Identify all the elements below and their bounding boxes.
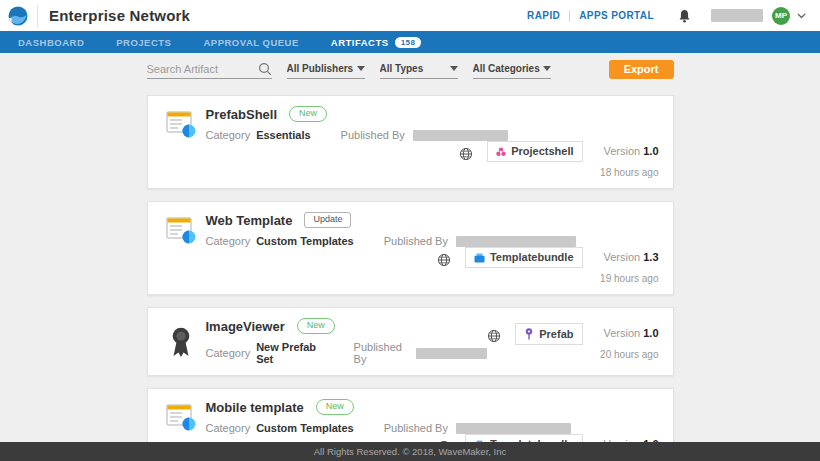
card-right: Templatebundle Version1.3 19 hours ago <box>437 247 659 284</box>
types-dropdown[interactable]: All Types <box>380 59 458 79</box>
version-value: 1.0 <box>643 327 658 339</box>
artifact-title: PrefabShell <box>206 107 278 122</box>
type-chip-label: Prefab <box>539 329 573 340</box>
publisher-redacted <box>416 348 488 359</box>
avatar[interactable]: MP <box>772 7 790 25</box>
status-badge: Update <box>304 212 351 228</box>
published-time: 20 hours ago <box>595 349 659 360</box>
caret-down-icon <box>357 66 365 71</box>
artifact-title: Web Template <box>206 213 293 228</box>
page-title: Enterprise Network <box>49 7 190 24</box>
type-chip-label: Templatebundle <box>490 252 574 263</box>
category-value: Custom Templates <box>256 235 354 247</box>
notifications-bell-icon[interactable] <box>678 9 691 23</box>
artifact-card[interactable]: Web Template Update Category Custom Temp… <box>147 201 674 295</box>
published-by-label: Published By <box>384 235 448 247</box>
published-time: 18 hours ago <box>595 167 659 178</box>
nav-artifacts[interactable]: ARTIFACTS 158 <box>331 37 422 48</box>
template-icon <box>158 402 204 432</box>
artifact-title: ImageViewer <box>206 319 285 334</box>
type-chip-label: Projectshell <box>511 146 573 157</box>
category-label: Category <box>206 422 251 434</box>
category-label: Category <box>206 235 251 247</box>
status-badge: New <box>316 399 354 415</box>
export-button[interactable]: Export <box>609 60 674 79</box>
category-value: Custom Templates <box>256 422 354 434</box>
version-line: Version1.0 <box>604 327 659 339</box>
caret-down-icon <box>450 66 458 71</box>
card-right: Projectshell Version1.0 18 hours ago <box>459 141 658 178</box>
artifact-card[interactable]: PrefabShell New Category Essentials Publ… <box>147 95 674 189</box>
version-line: Version1.0 <box>604 145 659 157</box>
published-by-label: Published By <box>354 341 408 365</box>
artifact-list: PrefabShell New Category Essentials Publ… <box>147 95 674 461</box>
card-main: PrefabShell New Category Essentials Publ… <box>204 106 659 141</box>
caret-down-icon <box>543 66 551 71</box>
types-dropdown-value: All Types <box>380 63 424 74</box>
publisher-redacted <box>456 423 571 434</box>
globe-icon <box>459 147 473 161</box>
search-box <box>147 59 272 79</box>
category-value: New Prefab Set <box>256 341 323 365</box>
nav-approval-queue[interactable]: APPROVAL QUEUE <box>203 37 298 48</box>
artifacts-count-badge: 158 <box>395 37 422 48</box>
copyright-text: All Rights Reserved. © 2018, WaveMaker, … <box>314 446 507 457</box>
version-value: 1.3 <box>643 251 658 263</box>
category-label: Category <box>206 129 251 141</box>
publishers-dropdown[interactable]: All Publishers <box>287 59 365 79</box>
published-time: 19 hours ago <box>595 273 659 284</box>
card-main: Web Template Update Category Custom Temp… <box>204 212 659 247</box>
content-column: All Publishers All Types All Categories … <box>147 57 674 461</box>
header-divider <box>37 5 38 27</box>
version-value: 1.0 <box>643 145 658 157</box>
award-ribbon-icon <box>158 326 204 358</box>
published-by-label: Published By <box>384 422 448 434</box>
filter-bar: All Publishers All Types All Categories … <box>147 57 674 81</box>
artifact-card[interactable]: ImageViewer New Category New Prefab Set … <box>147 307 674 376</box>
link-divider <box>569 10 570 22</box>
search-input[interactable] <box>147 63 258 75</box>
header-right: RAPID APPS PORTAL MP <box>527 7 806 25</box>
publishers-dropdown-value: All Publishers <box>287 63 354 74</box>
card-main: ImageViewer New Category New Prefab Set … <box>204 318 488 365</box>
categories-dropdown[interactable]: All Categories <box>473 59 551 79</box>
apps-portal-link[interactable]: APPS PORTAL <box>579 10 654 21</box>
rapid-link[interactable]: RAPID <box>527 10 560 21</box>
card-main: Mobile template New Category Custom Temp… <box>204 399 659 434</box>
published-by-label: Published By <box>341 129 405 141</box>
app-header: Enterprise Network RAPID APPS PORTAL MP <box>0 0 820 31</box>
publisher-redacted <box>413 130 508 141</box>
username-redacted <box>711 9 763 22</box>
category-value: Essentials <box>256 129 310 141</box>
categories-dropdown-value: All Categories <box>473 63 540 74</box>
category-label: Category <box>206 347 251 359</box>
search-icon[interactable] <box>258 62 272 76</box>
type-chip: Templatebundle <box>465 247 583 268</box>
chevron-down-icon[interactable] <box>797 13 806 19</box>
type-chip: Projectshell <box>487 141 582 162</box>
publisher-redacted <box>456 236 576 247</box>
globe-icon <box>487 329 501 343</box>
status-badge: New <box>297 318 335 334</box>
projectshell-icon <box>496 147 506 157</box>
nav-artifacts-label: ARTIFACTS <box>331 37 389 48</box>
app-footer: All Rights Reserved. © 2018, WaveMaker, … <box>0 442 820 461</box>
wavemaker-logo-icon[interactable] <box>8 6 28 26</box>
nav-dashboard[interactable]: DASHBOARD <box>18 37 84 48</box>
template-icon <box>158 215 204 245</box>
prefab-icon <box>524 328 534 340</box>
nav-projects[interactable]: PROJECTS <box>116 37 171 48</box>
artifact-title: Mobile template <box>206 400 304 415</box>
templatebundle-icon <box>474 253 485 263</box>
template-icon <box>158 109 204 139</box>
main-nav: DASHBOARD PROJECTS APPROVAL QUEUE ARTIFA… <box>0 31 820 53</box>
type-chip: Prefab <box>515 323 582 345</box>
globe-icon <box>437 253 451 267</box>
card-right: Prefab Version1.0 20 hours ago <box>487 323 658 360</box>
status-badge: New <box>289 106 327 122</box>
version-line: Version1.3 <box>604 251 659 263</box>
